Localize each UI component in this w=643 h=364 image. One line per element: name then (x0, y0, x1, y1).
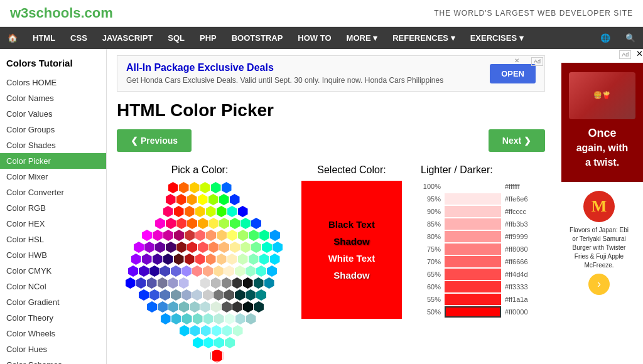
hex-cell[interactable] (270, 230, 280, 241)
hex-cell[interactable] (235, 265, 245, 277)
sidebar-item-color-wheels[interactable]: Color Wheels (0, 326, 106, 341)
hex-cell[interactable] (190, 301, 200, 313)
hex-cell[interactable] (200, 301, 210, 313)
nav-css[interactable]: CSS (63, 27, 95, 49)
sidebar-item-colors-home[interactable]: Colors HOME (0, 75, 106, 90)
hex-cell[interactable] (168, 182, 178, 193)
ld-swatch[interactable] (445, 218, 501, 230)
ld-swatch[interactable] (445, 269, 501, 280)
hex-cell[interactable] (230, 194, 240, 205)
sidebar-item-color-cmyk[interactable]: Color CMYK (0, 263, 106, 279)
hex-cell[interactable] (161, 313, 171, 324)
sidebar-item-color-picker[interactable]: Color Picker (0, 153, 106, 169)
hex-cell[interactable] (201, 325, 211, 336)
hex-cell[interactable] (153, 254, 163, 265)
sidebar-item-color-schemes[interactable]: Color Schemes (0, 357, 106, 364)
hex-cell[interactable] (262, 242, 272, 253)
hex-cell[interactable] (149, 289, 159, 301)
sidebar-item-color-values[interactable]: Color Values (0, 106, 106, 122)
hex-cell[interactable] (222, 325, 232, 336)
hex-cell[interactable] (174, 230, 184, 241)
hex-cell[interactable] (235, 313, 246, 324)
hex-cell[interactable] (128, 265, 138, 277)
sidebar-item-color-gradient[interactable]: Color Gradient (0, 294, 106, 310)
hex-cell[interactable] (214, 313, 224, 324)
hex-cell[interactable] (203, 313, 213, 324)
nav-home[interactable]: 🏠 (0, 27, 25, 49)
hex-cell[interactable] (200, 182, 210, 193)
hex-cell[interactable] (224, 265, 234, 277)
nav-exercises[interactable]: EXERCISES ▾ (463, 27, 531, 49)
site-logo[interactable]: w3schools.com (10, 5, 113, 21)
hex-cell[interactable] (259, 230, 269, 241)
hex-cell[interactable] (198, 242, 208, 253)
hex-cell[interactable] (224, 289, 234, 301)
hex-cell[interactable] (163, 230, 173, 241)
hex-cell[interactable] (168, 301, 178, 313)
ld-swatch[interactable] (445, 281, 501, 292)
hex-cell[interactable] (240, 242, 251, 253)
nav-javascript[interactable]: JAVASCRIPT (95, 27, 160, 49)
hex-cell[interactable] (160, 265, 170, 277)
hex-cell[interactable] (243, 301, 253, 313)
ad-close-icon[interactable]: ✕ (514, 57, 519, 64)
hex-cell[interactable] (163, 254, 173, 265)
hex-cell[interactable] (203, 289, 213, 301)
hex-cell[interactable] (149, 265, 159, 277)
hex-cell[interactable] (171, 265, 181, 277)
nav-references[interactable]: REFERENCES ▾ (385, 27, 462, 49)
hex-cell[interactable] (251, 242, 261, 253)
hex-cell[interactable] (203, 337, 213, 348)
hex-cell[interactable] (187, 218, 197, 229)
hex-cell[interactable] (136, 277, 146, 289)
hex-cell[interactable] (222, 301, 232, 313)
nav-search-icon[interactable]: 🔍 (618, 27, 643, 49)
sidebar-item-color-converter[interactable]: Color Converter (0, 185, 106, 200)
next-button[interactable]: Next ❯ (489, 129, 545, 152)
hex-cell[interactable] (222, 277, 232, 289)
hex-cell[interactable] (232, 301, 242, 313)
hex-cell[interactable] (179, 277, 189, 289)
sidebar-item-color-shades[interactable]: Color Shades (0, 137, 106, 153)
hex-cell[interactable] (185, 206, 195, 217)
hex-cell[interactable] (235, 289, 245, 301)
hex-cell[interactable] (222, 182, 232, 193)
hex-cell[interactable] (211, 301, 221, 313)
hex-cell[interactable] (192, 265, 202, 277)
hex-cell[interactable] (200, 277, 210, 289)
sidebar-item-color-names[interactable]: Color Names (0, 90, 106, 106)
hex-cell[interactable] (264, 277, 274, 289)
hex-cell[interactable] (179, 182, 189, 193)
sidebar-item-color-hsl[interactable]: Color HSL (0, 232, 106, 247)
hex-cell[interactable] (273, 242, 283, 253)
hex-cell[interactable] (254, 277, 264, 289)
hex-cell[interactable] (174, 254, 184, 265)
nav-bootstrap[interactable]: BOOTSTRAP (224, 27, 291, 49)
hex-cell[interactable] (192, 289, 202, 301)
hex-cell[interactable] (171, 289, 181, 301)
hex-cell[interactable] (203, 265, 213, 277)
hex-cell[interactable] (142, 254, 152, 265)
hex-cell[interactable] (213, 289, 224, 301)
sidebar-item-color-rgb[interactable]: Color RGB (0, 200, 106, 216)
nav-php[interactable]: PHP (192, 27, 224, 49)
mcd-arrow-button[interactable]: › (588, 274, 610, 295)
hex-cell[interactable] (179, 301, 189, 313)
hex-cell[interactable] (267, 265, 277, 277)
hex-cell[interactable] (212, 325, 222, 336)
hex-cell[interactable] (134, 242, 144, 253)
hex-cell[interactable] (217, 206, 227, 217)
hex-cell[interactable] (160, 289, 170, 301)
hex-cell[interactable] (147, 301, 157, 313)
ld-swatch[interactable] (445, 256, 501, 267)
hex-cell[interactable] (219, 218, 229, 229)
hex-cell[interactable] (256, 265, 266, 277)
hex-cell[interactable] (251, 218, 261, 229)
hex-cell[interactable] (217, 230, 227, 241)
hex-cell[interactable] (211, 182, 221, 193)
hex-cell[interactable] (206, 206, 216, 217)
hex-cell[interactable] (227, 254, 237, 265)
hex-cell[interactable] (238, 254, 248, 265)
hex-cell[interactable] (187, 242, 197, 253)
nav-globe-icon[interactable]: 🌐 (593, 27, 618, 49)
